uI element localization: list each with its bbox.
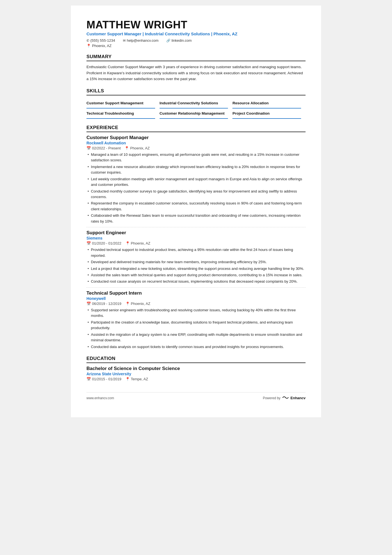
calendar-icon: 📅 xyxy=(86,377,91,381)
linkedin-icon: 🔗 xyxy=(166,39,170,43)
school-0: Arizona State University xyxy=(86,372,306,376)
location-icon: 📍 xyxy=(125,146,129,150)
header: MATTHEW WRIGHT Customer Support Manager … xyxy=(86,19,306,48)
education-entry-0: Bachelor of Science in Computer Science … xyxy=(86,366,306,381)
enhancv-icon xyxy=(282,395,290,401)
bullet-1-3: Assisted the sales team with technical q… xyxy=(86,272,306,278)
bullet-2-3: Conducted data analysis on support ticke… xyxy=(86,344,306,350)
location-row: 📍 Phoenix, AZ xyxy=(86,44,306,48)
skill-item: Customer Support Management xyxy=(86,98,155,108)
location-icon: 📍 xyxy=(125,377,130,381)
skill-item: Project Coordination xyxy=(232,108,301,119)
phone-number: (555) 555-1234 xyxy=(90,38,115,43)
bullet-2-2: Assisted in the migration of a legacy sy… xyxy=(86,332,306,343)
experience-entry-1: Support Engineer Siemens 📅 01/2020 - 01/… xyxy=(86,227,306,285)
linkedin-contact: 🔗 linkedin.com xyxy=(166,38,192,43)
bullet-1-2: Led a project that integrated a new tick… xyxy=(86,266,306,272)
experience-title: EXPERIENCE xyxy=(86,125,306,132)
experience-entry-0: Customer Support Manager Rockwell Automa… xyxy=(86,135,306,224)
contact-row: ✆ (555) 555-1234 ✉ help@enhancv.com 🔗 li… xyxy=(86,38,306,43)
exp-meta-1: 📅 01/2020 - 01/2022 📍 Phoenix, AZ xyxy=(86,241,306,245)
email-icon: ✉ xyxy=(123,39,126,43)
bullet-0-3: Conducted monthly customer surveys to ga… xyxy=(86,189,306,200)
skill-item: Resource Allocation xyxy=(232,98,301,108)
company-2: Honeywell xyxy=(86,296,306,301)
phone-contact: ✆ (555) 555-1234 xyxy=(86,38,115,43)
job-title-2: Technical Support Intern xyxy=(86,290,306,296)
location-icon: 📍 xyxy=(86,44,91,48)
powered-by-label: Powered by xyxy=(263,396,280,400)
footer: www.enhancv.com Powered by Enhancv xyxy=(86,392,306,401)
location-icon: 📍 xyxy=(125,241,130,245)
email-contact: ✉ help@enhancv.com xyxy=(123,38,158,43)
experience-entry-2: Technical Support Intern Honeywell 📅 06/… xyxy=(86,287,306,350)
candidate-title: Customer Support Manager | Industrial Co… xyxy=(86,31,306,36)
resume-page: MATTHEW WRIGHT Customer Support Manager … xyxy=(71,6,321,417)
footer-url: www.enhancv.com xyxy=(86,396,114,400)
exp-bullets-0: Managed a team of 10 support engineers, … xyxy=(86,152,306,224)
bullet-2-1: Participated in the creation of a knowle… xyxy=(86,320,306,331)
bullet-0-0: Managed a team of 10 support engineers, … xyxy=(86,152,306,163)
skill-item: Technical Troubleshooting xyxy=(86,108,155,119)
bullet-2-0: Supported senior engineers with troubles… xyxy=(86,307,306,319)
exp-meta-0: 📅 02/2022 - Present 📍 Phoenix, AZ xyxy=(86,146,306,150)
bullet-0-5: Collaborated with the Renewal Sales team… xyxy=(86,213,306,224)
exp-meta-2: 📅 06/2019 - 12/2019 📍 Phoenix, AZ xyxy=(86,302,306,306)
edu-location-0: 📍 Tempe, AZ xyxy=(125,377,148,381)
bullet-1-1: Developed and delivered training materia… xyxy=(86,259,306,265)
exp-location-1: 📍 Phoenix, AZ xyxy=(125,241,150,245)
bullet-1-4: Conducted root cause analysis on recurre… xyxy=(86,279,306,284)
degree-0: Bachelor of Science in Computer Science xyxy=(86,366,306,371)
exp-bullets-2: Supported senior engineers with troubles… xyxy=(86,307,306,350)
job-title-0: Customer Support Manager xyxy=(86,135,306,140)
summary-section: SUMMARY Enthusiastic Customer Support Ma… xyxy=(86,54,306,82)
email-address: help@enhancv.com xyxy=(127,38,158,43)
summary-text: Enthusiastic Customer Support Manager wi… xyxy=(86,64,306,82)
company-0: Rockwell Automation xyxy=(86,141,306,145)
bullet-0-1: Implemented a new resource allocation st… xyxy=(86,164,306,176)
job-title-1: Support Engineer xyxy=(86,230,306,236)
bullet-0-4: Represented the company in escalated cus… xyxy=(86,201,306,212)
location-text: Phoenix, AZ xyxy=(92,44,111,48)
edu-date-0: 📅 01/2015 - 01/2019 xyxy=(86,377,121,381)
experience-section: EXPERIENCE Customer Support Manager Rock… xyxy=(86,125,306,350)
calendar-icon: 📅 xyxy=(86,146,91,150)
calendar-icon: 📅 xyxy=(86,241,91,245)
candidate-name: MATTHEW WRIGHT xyxy=(86,19,306,31)
company-1: Siemens xyxy=(86,236,306,240)
exp-date-1: 📅 01/2020 - 01/2022 xyxy=(86,241,121,245)
bullet-0-2: Led weekly coordination meetings with se… xyxy=(86,176,306,188)
enhancv-logo: Enhancv xyxy=(282,395,306,401)
exp-date-2: 📅 06/2019 - 12/2019 xyxy=(86,302,121,306)
calendar-icon: 📅 xyxy=(86,302,91,306)
phone-icon: ✆ xyxy=(86,39,89,43)
exp-location-2: 📍 Phoenix, AZ xyxy=(125,302,150,306)
education-title: EDUCATION xyxy=(86,356,306,363)
education-section: EDUCATION Bachelor of Science in Compute… xyxy=(86,356,306,381)
bullet-1-0: Provided technical support to industrial… xyxy=(86,247,306,258)
summary-title: SUMMARY xyxy=(86,54,306,61)
exp-date-0: 📅 02/2022 - Present xyxy=(86,146,121,150)
footer-powered: Powered by Enhancv xyxy=(263,395,306,401)
exp-bullets-1: Provided technical support to industrial… xyxy=(86,247,306,285)
linkedin-url: linkedin.com xyxy=(172,38,192,43)
skill-item: Industrial Connectivity Solutions xyxy=(160,98,228,108)
skills-section: SKILLS Customer Support Management Indus… xyxy=(86,88,306,119)
edu-meta-0: 📅 01/2015 - 01/2019 📍 Tempe, AZ xyxy=(86,377,306,381)
location-icon: 📍 xyxy=(125,302,130,306)
exp-location-0: 📍 Phoenix, AZ xyxy=(125,146,150,150)
brand-name: Enhancv xyxy=(291,396,306,400)
skills-title: SKILLS xyxy=(86,88,306,95)
skill-item: Customer Relationship Management xyxy=(160,108,228,119)
skills-grid: Customer Support Management Industrial C… xyxy=(86,98,306,119)
